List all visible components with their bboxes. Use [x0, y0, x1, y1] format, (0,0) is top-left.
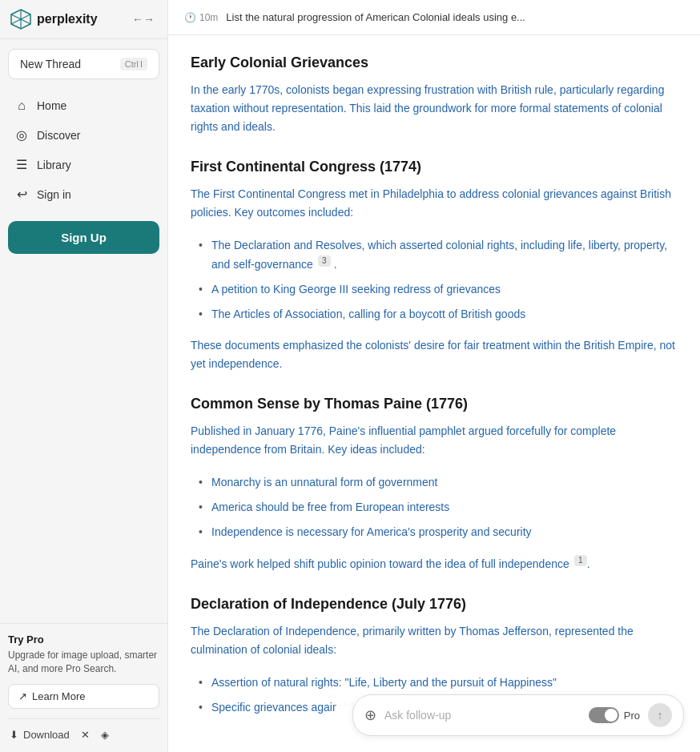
section-heading-3: Common Sense by Thomas Paine (1776)	[191, 396, 678, 412]
discord-icon: ◈	[101, 729, 109, 741]
top-bar-title: List the natural progression of American…	[226, 11, 525, 23]
bullet-text: A petition to King George III seeking re…	[211, 283, 501, 296]
list-item: America should be free from European int…	[199, 495, 678, 520]
logo-text: perplexity	[37, 12, 98, 26]
content-area: Early Colonial Grievances In the early 1…	[168, 35, 700, 752]
followup-bar-wrapper: ⊕ Pro ↑	[336, 686, 700, 752]
try-pro-heading: Try Pro	[8, 633, 159, 645]
learn-more-arrow-icon: ↗	[18, 690, 27, 702]
footer-icons: ⬇ Download ✕ ◈	[8, 718, 159, 742]
section-body-3: Published in January 1776, Paine's influ…	[191, 422, 678, 459]
pro-toggle[interactable]: Pro	[589, 707, 640, 723]
list-item: Independence is necessary for America's …	[199, 520, 678, 545]
library-icon: ☰	[14, 157, 29, 172]
section-body-4: The Declaration of Independence, primari…	[191, 622, 678, 659]
followup-input[interactable]	[384, 709, 581, 722]
download-button[interactable]: ⬇ Download	[8, 727, 71, 742]
signin-icon: ↩	[14, 187, 29, 202]
discord-button[interactable]: ◈	[99, 727, 111, 742]
section-heading-1: Early Colonial Grievances	[191, 54, 678, 71]
sidebar: perplexity ←→ New Thread Ctrl I ⌂ Home ◎…	[0, 0, 168, 752]
list-item: Monarchy is an unnatural form of governm…	[199, 470, 678, 495]
sidebar-item-signin-label: Sign in	[37, 188, 71, 201]
section-bullets-2: The Declaration and Resolves, which asse…	[191, 233, 678, 326]
sidebar-item-discover-label: Discover	[37, 129, 80, 142]
bullet-text: The Declaration and Resolves, which asse…	[211, 239, 667, 270]
sidebar-item-signin[interactable]: ↩ Sign in	[6, 180, 161, 208]
list-item: A petition to King George III seeking re…	[199, 277, 678, 302]
bullet-text: America should be free from European int…	[211, 501, 449, 513]
sidebar-nav: ⌂ Home ◎ Discover ☰ Library ↩ Sign in	[0, 89, 167, 211]
learn-more-label: Learn More	[32, 690, 85, 702]
toggle-track	[589, 707, 619, 723]
new-thread-shortcut: Ctrl I	[120, 58, 147, 70]
top-bar-time: 🕐 10m	[184, 12, 218, 23]
section-bullets-3: Monarchy is an unnatural form of governm…	[191, 470, 678, 545]
main-content: 🕐 10m List the natural progression of Am…	[168, 0, 700, 752]
top-bar: 🕐 10m List the natural progression of Am…	[168, 0, 700, 35]
sidebar-item-library[interactable]: ☰ Library	[6, 151, 161, 179]
sidebar-footer: Try Pro Upgrade for image upload, smarte…	[0, 623, 167, 752]
submit-followup-button[interactable]: ↑	[648, 703, 672, 727]
learn-more-button[interactable]: ↗ Learn More	[8, 684, 159, 709]
citation-badge: 1	[574, 555, 587, 566]
bullet-text: Monarchy is an unnatural form of governm…	[211, 476, 437, 489]
sidebar-item-home[interactable]: ⌂ Home	[6, 92, 161, 119]
list-item: The Declaration and Resolves, which asse…	[199, 233, 678, 276]
bullet-text: Independence is necessary for America's …	[211, 525, 532, 538]
section-footer-2: These documents emphasized the colonists…	[191, 336, 678, 373]
section-footer-3: Paine's work helped shift public opinion…	[191, 555, 678, 573]
twitter-button[interactable]: ✕	[79, 727, 91, 742]
add-attachment-button[interactable]: ⊕	[364, 706, 376, 724]
citation-badge: 3	[318, 255, 331, 267]
sidebar-item-discover[interactable]: ◎ Discover	[6, 121, 161, 149]
download-icon: ⬇	[10, 729, 18, 741]
discover-icon: ◎	[14, 127, 29, 143]
new-thread-button[interactable]: New Thread Ctrl I	[8, 49, 159, 79]
download-label: Download	[23, 729, 70, 741]
home-icon: ⌂	[14, 99, 29, 113]
bullet-text: The Articles of Association, calling for…	[211, 308, 525, 320]
clock-icon: 🕐	[184, 12, 196, 23]
logo: perplexity	[10, 8, 98, 30]
toggle-thumb	[605, 709, 618, 722]
try-pro-description: Upgrade for image upload, smarter AI, an…	[8, 649, 159, 676]
perplexity-logo-icon	[10, 8, 32, 30]
new-thread-label: New Thread	[20, 58, 81, 70]
sidebar-item-library-label: Library	[37, 159, 71, 171]
collapse-sidebar-button[interactable]: ←→	[129, 11, 158, 27]
section-heading-2: First Continental Congress (1774)	[191, 159, 678, 175]
section-body-1: In the early 1770s, colonists began expr…	[191, 81, 678, 136]
sidebar-item-home-label: Home	[37, 99, 66, 112]
section-body-2: The First Continental Congress met in Ph…	[191, 185, 678, 222]
list-item: The Articles of Association, calling for…	[199, 302, 678, 327]
section-heading-4: Declaration of Independence (July 1776)	[191, 596, 678, 613]
sidebar-header: perplexity ←→	[0, 0, 167, 39]
pro-label: Pro	[624, 710, 640, 722]
twitter-icon: ✕	[81, 729, 90, 741]
arrow-up-icon: ↑	[658, 709, 663, 722]
signup-button[interactable]: Sign Up	[8, 221, 159, 254]
followup-bar: ⊕ Pro ↑	[352, 694, 684, 736]
